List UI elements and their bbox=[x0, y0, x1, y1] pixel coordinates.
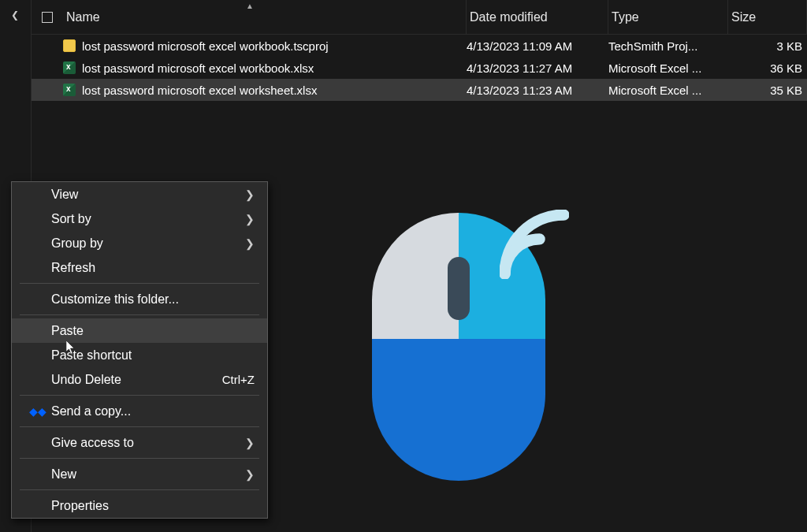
file-name-cell: lost password microsoft excel workbook.x… bbox=[63, 61, 467, 75]
file-type-cell: Microsoft Excel ... bbox=[608, 61, 728, 75]
menu-item-paste[interactable]: Paste bbox=[12, 318, 267, 343]
menu-separator bbox=[20, 314, 259, 315]
column-header-name[interactable]: Name ▲ bbox=[63, 0, 467, 34]
menu-item-label: Refresh bbox=[51, 261, 95, 275]
menu-shortcut: Ctrl+Z bbox=[222, 373, 255, 386]
context-menu: View❯Sort by❯Group by❯RefreshCustomize t… bbox=[11, 181, 268, 519]
file-date-cell: 4/13/2023 11:23 AM bbox=[467, 84, 608, 97]
svg-rect-2 bbox=[372, 213, 459, 339]
excel-file-icon bbox=[63, 84, 76, 96]
menu-item-label: Sort by bbox=[51, 212, 91, 226]
menu-item-label: Send a copy... bbox=[51, 404, 131, 419]
menu-item-label: New bbox=[51, 467, 76, 482]
menu-separator bbox=[20, 489, 259, 490]
select-all-checkbox[interactable] bbox=[32, 12, 63, 23]
menu-item-label: View bbox=[51, 188, 78, 202]
file-name-label: lost password microsoft excel worksheet.… bbox=[82, 84, 317, 97]
wireless-mouse-illustration bbox=[372, 213, 563, 493]
menu-item-label: Properties bbox=[51, 499, 109, 513]
column-name-label: Name bbox=[66, 10, 100, 24]
file-size-cell: 36 KB bbox=[728, 61, 807, 75]
file-row[interactable]: lost password microsoft excel worksheet.… bbox=[32, 79, 807, 101]
dropbox-icon: ◆◆ bbox=[29, 405, 42, 418]
chevron-right-icon: ❯ bbox=[245, 213, 255, 225]
menu-item-properties[interactable]: Properties bbox=[12, 493, 267, 518]
wifi-icon bbox=[500, 210, 569, 279]
menu-item-customize-this-folder[interactable]: Customize this folder... bbox=[12, 287, 267, 311]
file-size-cell: 35 KB bbox=[728, 84, 807, 97]
file-row[interactable]: lost password microsoft excel workbook.t… bbox=[32, 35, 807, 57]
menu-item-new[interactable]: New❯ bbox=[12, 462, 267, 486]
file-type-cell: TechSmith Proj... bbox=[608, 39, 728, 53]
file-name-label: lost password microsoft excel workbook.x… bbox=[82, 61, 314, 75]
menu-item-label: Paste bbox=[51, 324, 84, 338]
menu-item-label: Paste shortcut bbox=[51, 348, 132, 363]
file-type-cell: Microsoft Excel ... bbox=[608, 84, 728, 97]
file-name-label: lost password microsoft excel workbook.t… bbox=[82, 39, 329, 53]
file-rows: lost password microsoft excel workbook.t… bbox=[32, 35, 807, 101]
column-header-row: Name ▲ Date modified Type Size bbox=[32, 0, 807, 35]
chevron-right-icon: ❯ bbox=[245, 237, 255, 250]
sort-ascending-icon: ▲ bbox=[246, 2, 254, 10]
menu-item-refresh[interactable]: Refresh bbox=[12, 255, 267, 280]
menu-item-give-access-to[interactable]: Give access to❯ bbox=[12, 430, 267, 455]
column-header-size[interactable]: Size bbox=[728, 0, 807, 34]
svg-rect-1 bbox=[372, 339, 545, 481]
menu-separator bbox=[20, 458, 259, 459]
chevron-right-icon: ❯ bbox=[245, 188, 255, 201]
chevron-right-icon: ❯ bbox=[245, 437, 255, 449]
file-name-cell: lost password microsoft excel workbook.t… bbox=[63, 39, 467, 53]
file-date-cell: 4/13/2023 11:09 AM bbox=[467, 39, 608, 53]
column-header-date[interactable]: Date modified bbox=[467, 0, 608, 34]
column-header-type[interactable]: Type bbox=[608, 0, 728, 34]
menu-item-label: Undo Delete bbox=[51, 373, 121, 387]
file-date-cell: 4/13/2023 11:27 AM bbox=[467, 61, 608, 75]
menu-item-label: Group by bbox=[51, 236, 103, 251]
tscproj-file-icon bbox=[63, 39, 76, 52]
menu-item-label: Customize this folder... bbox=[51, 292, 179, 307]
file-name-cell: lost password microsoft excel worksheet.… bbox=[63, 84, 467, 97]
file-row[interactable]: lost password microsoft excel workbook.x… bbox=[32, 57, 807, 79]
menu-separator bbox=[20, 426, 259, 427]
menu-separator bbox=[20, 395, 259, 396]
svg-rect-4 bbox=[448, 257, 470, 320]
chevron-right-icon: ❯ bbox=[245, 468, 255, 481]
file-size-cell: 3 KB bbox=[728, 39, 807, 53]
excel-file-icon bbox=[63, 61, 76, 74]
menu-item-label: Give access to bbox=[51, 436, 134, 450]
menu-item-send-a-copy[interactable]: ◆◆Send a copy... bbox=[12, 399, 267, 423]
file-explorer-window: ❮ Name ▲ Date modified Type Size lost pa… bbox=[0, 0, 807, 532]
collapse-chevron-icon[interactable]: ❮ bbox=[11, 9, 19, 20]
menu-item-group-by[interactable]: Group by❯ bbox=[12, 231, 267, 255]
menu-separator bbox=[20, 283, 259, 284]
menu-item-view[interactable]: View❯ bbox=[12, 182, 267, 206]
menu-item-sort-by[interactable]: Sort by❯ bbox=[12, 206, 267, 231]
menu-item-paste-shortcut[interactable]: Paste shortcut bbox=[12, 343, 267, 367]
menu-item-undo-delete[interactable]: Undo DeleteCtrl+Z bbox=[12, 367, 267, 392]
